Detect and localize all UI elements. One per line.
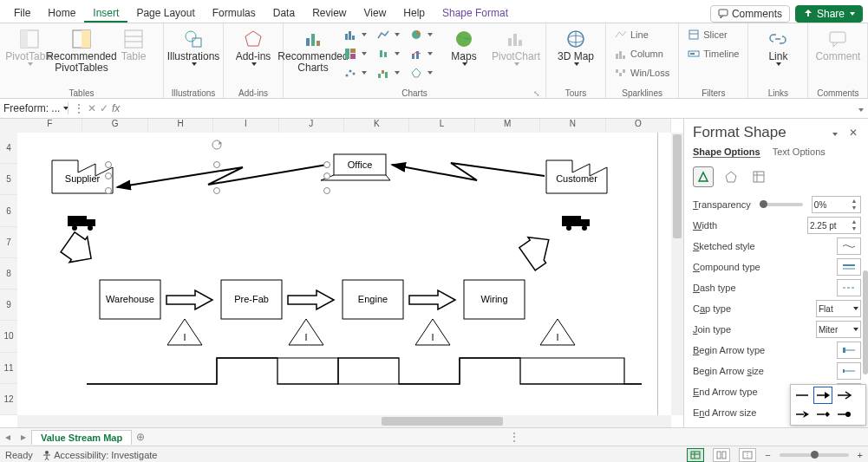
sparkline-winloss-button[interactable]: Win/Loss — [611, 63, 673, 82]
comment-button[interactable]: Comment — [813, 25, 862, 62]
cap-dropdown[interactable]: Flat — [816, 300, 861, 317]
row-headers[interactable]: 456789101112 — [0, 133, 18, 415]
shape-info-arrow-selected[interactable] — [106, 140, 330, 194]
pane-tab-shape-options[interactable]: Shape Options — [693, 146, 760, 158]
pane-category-size[interactable] — [748, 166, 769, 187]
shape-block-arrow-3[interactable] — [409, 290, 455, 309]
chart-hierarchy-button[interactable] — [341, 44, 370, 63]
tab-shape-format[interactable]: Shape Format — [434, 3, 517, 23]
shape-engine[interactable]: Engine — [343, 280, 403, 319]
zoom-out-button[interactable]: − — [765, 450, 770, 460]
chart-combo-button[interactable] — [407, 44, 436, 63]
shape-customer[interactable]: Customer — [546, 160, 607, 193]
shape-timeline[interactable] — [87, 358, 642, 384]
sparkline-column-button[interactable]: Column — [611, 44, 673, 63]
name-box[interactable]: Freeform: ... — [0, 102, 69, 114]
new-sheet-button[interactable]: ⊕ — [132, 431, 149, 443]
table-button[interactable]: Table — [109, 25, 158, 62]
transparency-input[interactable]: 0%▲▼ — [812, 196, 861, 213]
arrowhead-gallery-popup[interactable] — [790, 384, 866, 426]
tab-page-layout[interactable]: Page Layout — [127, 3, 203, 23]
pivotchart-button[interactable]: PivotChart — [492, 25, 540, 66]
compound-dropdown[interactable] — [837, 258, 861, 276]
tab-data[interactable]: Data — [264, 3, 303, 23]
addins-button[interactable]: Add-ins — [229, 25, 277, 66]
link-button[interactable]: Link — [754, 25, 802, 66]
pane-close-button[interactable]: ✕ — [845, 127, 861, 139]
arrowhead-none[interactable] — [793, 387, 811, 403]
truck-icon-customer[interactable] — [562, 216, 590, 231]
illustrations-button[interactable]: Illustrations — [169, 25, 218, 66]
tab-view[interactable]: View — [356, 3, 395, 23]
begin-arrow-size-dropdown[interactable] — [837, 362, 861, 380]
share-button[interactable]: Share — [795, 5, 863, 23]
arrowhead-oval[interactable] — [835, 407, 852, 422]
shape-inventory-3[interactable]: I — [415, 319, 450, 345]
shape-push-arrow-out[interactable] — [518, 228, 559, 271]
view-page-break-button[interactable] — [739, 448, 756, 462]
horizontal-scrollbar[interactable] — [17, 415, 671, 427]
pane-scrollbar[interactable] — [863, 192, 868, 427]
sparkline-line-button[interactable]: Line — [611, 25, 673, 44]
chart-scatter-button[interactable] — [341, 63, 370, 82]
tab-file[interactable]: File — [5, 3, 39, 23]
pane-options-button[interactable] — [826, 127, 842, 139]
chart-waterfall-button[interactable] — [374, 63, 403, 82]
tab-help[interactable]: Help — [395, 3, 434, 23]
truck-icon-supplier[interactable] — [68, 216, 95, 231]
tab-home[interactable]: Home — [39, 3, 84, 23]
tab-review[interactable]: Review — [303, 3, 355, 23]
chart-column-button[interactable] — [341, 25, 370, 44]
shape-inventory-4[interactable]: I — [540, 319, 575, 345]
begin-arrow-type-dropdown[interactable] — [837, 342, 861, 359]
tab-insert[interactable]: Insert — [84, 3, 127, 23]
zoom-slider[interactable] — [780, 453, 849, 457]
pane-category-fill-line[interactable] — [693, 166, 714, 187]
arrowhead-open[interactable] — [835, 387, 852, 403]
shape-wiring[interactable]: Wiring — [464, 280, 525, 319]
cancel-icon[interactable]: ✕ — [88, 102, 96, 114]
namebox-more-icon[interactable]: ⋮ — [74, 102, 84, 114]
comments-button[interactable]: Comments — [710, 5, 790, 23]
slicer-button[interactable]: Slicer — [684, 25, 742, 44]
chart-statistic-button[interactable] — [374, 44, 403, 63]
shape-push-arrow-in[interactable] — [59, 230, 101, 271]
3dmap-button[interactable]: 3D Map — [551, 25, 600, 66]
view-normal-button[interactable] — [687, 448, 704, 462]
timeline-button[interactable]: Timeline — [684, 44, 742, 63]
formula-expand-button[interactable] — [852, 102, 868, 114]
fx-icon[interactable]: fx — [112, 102, 120, 114]
shape-block-arrow-2[interactable] — [288, 290, 334, 309]
dash-dropdown[interactable] — [837, 279, 861, 296]
select-all-button[interactable] — [0, 119, 18, 133]
value-stream-diagram[interactable]: Supplier Customer Office — [17, 133, 672, 419]
column-headers[interactable]: FGHIJKLMNO — [17, 119, 671, 133]
worksheet-canvas[interactable]: Supplier Customer Office — [17, 133, 671, 415]
recommended-charts-button[interactable]: Recommended Charts — [289, 25, 337, 74]
shape-office[interactable]: Office — [321, 154, 390, 180]
tab-split-grip[interactable]: ⋮ — [149, 428, 868, 446]
arrowhead-stealth[interactable] — [793, 407, 811, 422]
enter-icon[interactable]: ✓ — [100, 102, 108, 114]
tab-nav-next[interactable]: ▸ — [16, 431, 31, 443]
pane-tab-text-options[interactable]: Text Options — [773, 146, 826, 158]
chart-line-button[interactable] — [374, 25, 403, 44]
shape-inventory-1[interactable]: I — [167, 319, 202, 345]
accessibility-status[interactable]: Accessibility: Investigate — [42, 450, 158, 460]
tab-nav-prev[interactable]: ◂ — [0, 431, 16, 443]
chart-pie-button[interactable] — [407, 25, 436, 44]
arrowhead-diamond[interactable] — [814, 407, 832, 422]
chart-radar-button[interactable] — [407, 63, 436, 82]
width-input[interactable]: 2.25 pt▲▼ — [807, 217, 861, 234]
join-dropdown[interactable]: Miter — [816, 321, 861, 338]
pane-category-effects[interactable] — [721, 166, 741, 187]
shape-inventory-2[interactable]: I — [289, 319, 323, 345]
sketched-dropdown[interactable] — [837, 238, 861, 255]
view-page-layout-button[interactable] — [713, 448, 730, 462]
transparency-slider[interactable] — [760, 203, 803, 206]
shape-supplier[interactable]: Supplier — [52, 160, 113, 193]
formula-input[interactable] — [125, 100, 852, 117]
shape-block-arrow-1[interactable] — [166, 290, 212, 309]
sheet-tab-active[interactable]: Value Stream Map — [31, 430, 132, 445]
shape-warehouse[interactable]: Warehouse — [100, 280, 160, 319]
